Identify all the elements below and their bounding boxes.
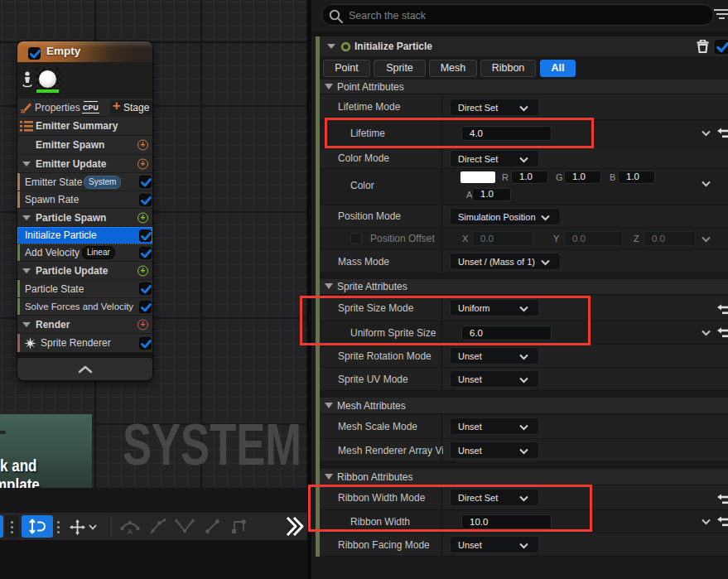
- svg-text:A: A: [128, 528, 133, 536]
